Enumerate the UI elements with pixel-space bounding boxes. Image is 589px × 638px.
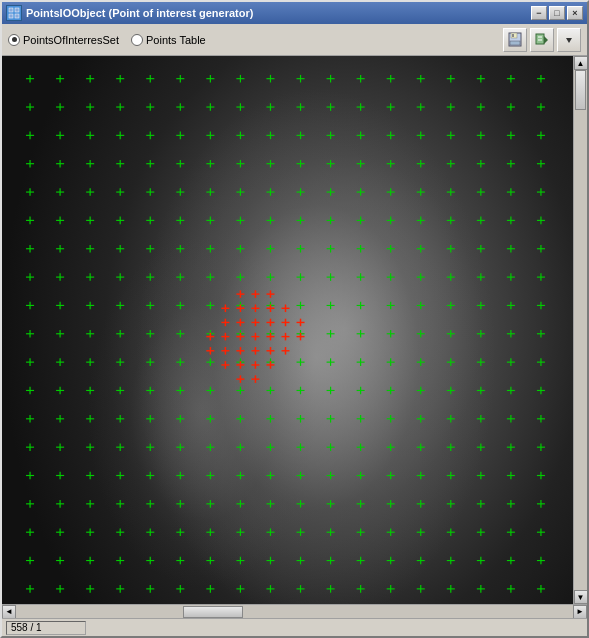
points-grid-canvas [2, 56, 573, 604]
radio-points-of-interest-label: PointsOfInterresSet [23, 34, 119, 46]
svg-rect-0 [9, 8, 13, 12]
scroll-right-button[interactable]: ► [573, 605, 587, 619]
main-window: PointsIOObject (Point of interest genera… [0, 0, 589, 638]
horizontal-scrollbar: ◄ ► [2, 604, 587, 618]
window-icon [6, 5, 22, 21]
maximize-button[interactable]: □ [549, 6, 565, 20]
svg-rect-7 [512, 34, 514, 37]
status-bar: 558 / 1 [2, 618, 587, 636]
svg-marker-9 [544, 36, 548, 44]
radio-points-of-interest[interactable]: PointsOfInterresSet [8, 34, 119, 46]
svg-marker-12 [566, 38, 572, 43]
red-interest-points [206, 290, 304, 383]
save-button[interactable] [503, 28, 527, 52]
window-title: PointsIOObject (Point of interest genera… [26, 7, 527, 19]
radio-points-table[interactable]: Points Table [131, 34, 206, 46]
dropdown-button[interactable] [557, 28, 581, 52]
view-mode-radio-group: PointsOfInterresSet Points Table [8, 34, 206, 46]
bottom-area: ◄ ► [2, 604, 587, 618]
window-controls: − □ × [531, 6, 583, 20]
radio-points-table-label: Points Table [146, 34, 206, 46]
scroll-thumb-x[interactable] [183, 606, 243, 618]
svg-rect-8 [536, 34, 544, 44]
title-bar: PointsIOObject (Point of interest genera… [2, 2, 587, 24]
minimize-button[interactable]: − [531, 6, 547, 20]
content-area: ▲ ▼ [2, 56, 587, 604]
svg-rect-3 [15, 14, 19, 18]
svg-rect-6 [510, 41, 520, 45]
scroll-up-button[interactable]: ▲ [574, 56, 588, 70]
vertical-scrollbar: ▲ ▼ [573, 56, 587, 604]
scroll-thumb-y[interactable] [575, 70, 586, 110]
toolbar-action-buttons [503, 28, 581, 52]
coordinates-text: 558 / 1 [11, 622, 42, 633]
scroll-down-button[interactable]: ▼ [574, 590, 588, 604]
radio-points-table-indicator [131, 34, 143, 46]
image-canvas-container[interactable] [2, 56, 573, 604]
scroll-track-y[interactable] [574, 70, 587, 590]
scroll-left-button[interactable]: ◄ [2, 605, 16, 619]
svg-rect-1 [15, 8, 19, 12]
close-button[interactable]: × [567, 6, 583, 20]
radio-points-of-interest-indicator [8, 34, 20, 46]
scroll-track-x[interactable] [16, 605, 573, 618]
svg-rect-2 [9, 14, 13, 18]
export-button[interactable] [530, 28, 554, 52]
toolbar: PointsOfInterresSet Points Table [2, 24, 587, 56]
coordinates-status: 558 / 1 [6, 621, 86, 635]
